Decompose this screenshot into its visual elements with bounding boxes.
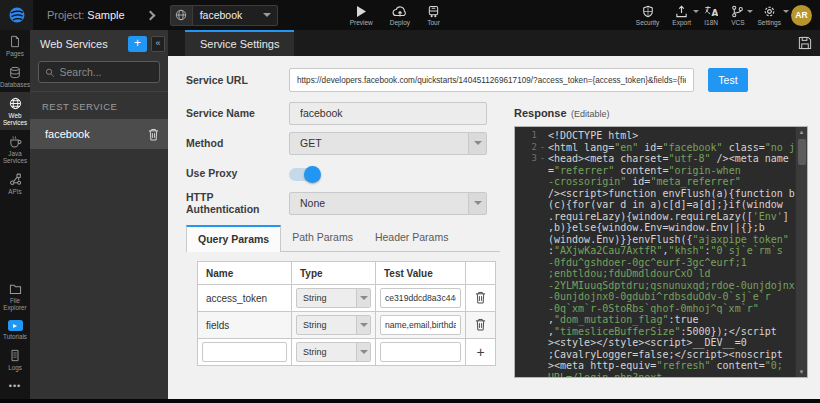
param-type-select[interactable]: String — [296, 342, 371, 362]
delete-service-button[interactable] — [148, 128, 159, 141]
use-proxy-toggle[interactable] — [289, 168, 319, 181]
service-selector-dropdown[interactable]: facebook — [170, 5, 278, 26]
param-name: fields — [198, 312, 292, 339]
sidebar-item-pages[interactable]: Pages — [0, 30, 30, 61]
scrollbar-thumb[interactable] — [798, 139, 806, 165]
top-bar: Project: Sample facebook Preview Depl — [0, 0, 820, 30]
panel-title: Web Services — [40, 38, 128, 50]
sidebar-item-apis[interactable]: APIs — [0, 168, 30, 199]
trash-icon — [475, 291, 486, 304]
avatar[interactable]: AR — [791, 5, 812, 26]
search-input[interactable] — [60, 66, 153, 78]
translate-icon: A — [704, 5, 718, 18]
tab-path-params[interactable]: Path Params — [281, 225, 364, 251]
add-service-button[interactable]: + — [128, 36, 147, 52]
http-auth-row: HTTP Authentication None — [186, 191, 500, 215]
response-code-editor[interactable]: 1<!DOCTYPE html>2-<html lang="en" id="fa… — [514, 126, 808, 378]
service-name-label: Service Name — [186, 107, 289, 119]
param-test-value-input[interactable] — [380, 288, 461, 308]
param-row-access-token: access_token String — [198, 285, 496, 312]
topbar-right-actions: Security Export A I18N — [636, 5, 781, 26]
app-logo[interactable] — [0, 0, 33, 30]
preview-button[interactable]: Preview — [350, 5, 373, 26]
left-icon-sidebar: Pages Databases Web Services Java Servic… — [0, 30, 30, 399]
sidebar-item-databases[interactable]: Databases — [0, 61, 30, 92]
http-auth-select[interactable]: None — [289, 192, 487, 215]
service-url-input[interactable] — [289, 68, 694, 92]
deploy-label: Deploy — [390, 19, 410, 26]
brand-logo-icon — [8, 6, 26, 24]
save-button[interactable] — [798, 36, 812, 50]
folder-icon — [9, 283, 22, 295]
scroll-up-arrow[interactable]: ▲ — [796, 127, 807, 137]
sidebar-item-java-services[interactable]: Java Services — [0, 130, 30, 168]
globe-icon — [9, 97, 22, 110]
response-header: Response (Editable) — [514, 103, 808, 121]
add-row-button[interactable]: + — [476, 344, 484, 360]
i18n-label: I18N — [704, 19, 718, 26]
sidebar-item-web-services[interactable]: Web Services — [0, 92, 30, 130]
table-header-row: Name Type Test Value — [198, 262, 496, 285]
response-panel: Response (Editable) 1<!DOCTYPE html>2-<h… — [514, 101, 808, 378]
param-type-select[interactable]: String — [296, 288, 371, 308]
collapse-panel-button[interactable]: « — [151, 36, 165, 52]
web-services-panel: Web Services + « REST SERVICE facebook — [30, 30, 168, 399]
app-window: Project: Sample facebook Preview Depl — [0, 0, 820, 403]
service-name: facebook — [45, 128, 148, 140]
export-button[interactable]: Export — [672, 5, 691, 26]
code-lines: 1<!DOCTYPE html>2-<html lang="en" id="fa… — [515, 130, 807, 378]
method-select[interactable]: GET — [289, 132, 487, 155]
coffee-cup-icon — [9, 135, 22, 148]
web-services-panel-header: Web Services + « — [30, 30, 168, 57]
use-proxy-label: Use Proxy — [186, 167, 289, 179]
param-type-select[interactable]: String — [296, 315, 371, 335]
gear-icon — [763, 5, 776, 18]
column-header-type: Type — [292, 262, 376, 285]
new-param-name-input[interactable] — [202, 342, 287, 362]
export-label: Export — [672, 19, 691, 26]
topbar-left-actions: Preview Deploy Tour — [350, 5, 440, 26]
play-icon — [355, 5, 367, 18]
editor-scrollbar[interactable]: ▲ ▼ — [795, 127, 807, 377]
settings-button[interactable]: Settings — [758, 5, 782, 26]
vcs-button[interactable]: VCS — [731, 5, 744, 26]
param-test-value-input[interactable] — [380, 315, 461, 335]
i18n-button[interactable]: A I18N — [704, 5, 718, 26]
security-button[interactable]: Security — [636, 5, 659, 26]
sidebar-item-tutorials[interactable]: Tutorials — [0, 315, 30, 344]
search-icon — [45, 67, 55, 78]
chevron-down-icon — [360, 350, 368, 354]
tab-header-params[interactable]: Header Params — [364, 225, 460, 251]
deploy-button[interactable]: Deploy — [390, 5, 410, 26]
chevron-down-icon — [693, 10, 699, 13]
video-play-icon — [8, 320, 23, 331]
service-name-input[interactable] — [289, 102, 487, 125]
chevron-down-icon — [474, 201, 482, 205]
tab-service-settings[interactable]: Service Settings — [185, 30, 294, 56]
column-header-name: Name — [198, 262, 292, 285]
sidebar-item-logs[interactable]: Logs — [0, 344, 30, 375]
chevron-down-icon — [360, 323, 368, 327]
tour-button[interactable]: Tour — [427, 5, 440, 26]
delete-row-button[interactable] — [475, 318, 486, 331]
service-name-row: Service Name — [186, 101, 500, 125]
service-list-item-facebook[interactable]: facebook — [30, 119, 168, 149]
delete-row-button[interactable] — [475, 291, 486, 304]
tab-query-params[interactable]: Query Params — [186, 225, 281, 252]
vcs-label: VCS — [731, 19, 744, 26]
save-floppy-icon — [798, 36, 812, 50]
shield-icon — [642, 5, 654, 18]
test-button[interactable]: Test — [708, 68, 748, 92]
service-selector-value: facebook — [193, 9, 263, 21]
new-param-test-value-input[interactable] — [380, 342, 461, 362]
scroll-down-arrow[interactable]: ▼ — [796, 367, 807, 377]
sidebar-item-file-explorer[interactable]: File Explorer — [0, 278, 30, 315]
use-proxy-row: Use Proxy — [186, 161, 500, 185]
chevron-down-icon — [783, 10, 789, 13]
sidebar-more-button[interactable]: ••• — [0, 375, 30, 399]
column-header-test-value: Test Value — [376, 262, 466, 285]
method-row: Method GET — [186, 131, 500, 155]
settings-label: Settings — [758, 19, 782, 26]
security-label: Security — [636, 19, 659, 26]
service-search — [38, 61, 160, 83]
